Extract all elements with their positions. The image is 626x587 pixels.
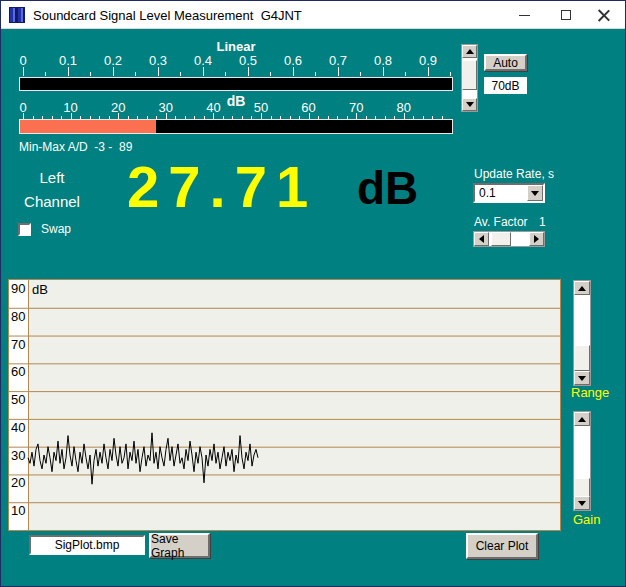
scrollbar-thumb[interactable]: [574, 345, 590, 371]
y-axis-tick-label: 70: [11, 338, 25, 351]
scroll-left-button[interactable]: [474, 232, 489, 246]
app-window: Soundcard Signal Level Measurement G4JNT…: [0, 0, 626, 587]
scale-tick-label: 0.7: [329, 53, 347, 68]
scroll-up-button[interactable]: [462, 45, 477, 58]
swap-checkbox-label: Swap: [41, 222, 71, 236]
linear-scale-title: Linear: [1, 39, 471, 54]
scroll-down-button[interactable]: [462, 98, 477, 111]
gain-scrollbar[interactable]: [573, 411, 591, 511]
scale-tick-label: 0.4: [194, 53, 212, 68]
auto-button[interactable]: Auto: [484, 54, 527, 71]
minmax-readout: Min-Max A/D -3 - 89: [19, 140, 132, 154]
scrollbar-thumb[interactable]: [574, 478, 590, 498]
scroll-down-button[interactable]: [574, 496, 590, 510]
window-title: Soundcard Signal Level Measurement G4JNT: [33, 8, 302, 23]
scroll-right-button[interactable]: [529, 232, 544, 246]
update-rate-label: Update Rate, s: [474, 167, 554, 181]
arrow-down-icon: [578, 376, 586, 381]
y-axis-tick-label: 30: [11, 449, 25, 462]
range-scrollbar[interactable]: [573, 280, 591, 386]
y-axis-tick-label: 20: [11, 476, 25, 489]
range-label: Range: [571, 385, 609, 400]
y-axis-tick-label: 40: [11, 421, 25, 434]
linear-scale-ticks: [19, 67, 453, 76]
gain-label: Gain: [573, 512, 600, 527]
db-meter-fill: [20, 120, 156, 133]
channel-label: Left Channel: [9, 166, 95, 214]
av-factor-scrollbar[interactable]: [473, 231, 545, 247]
channel-line1: Left: [9, 166, 95, 190]
preset-70db-button[interactable]: 70dB: [484, 77, 527, 94]
clear-plot-button[interactable]: Clear Plot: [466, 533, 538, 559]
y-axis-tick-label: 50: [11, 393, 25, 406]
scale-tick-label: 0.8: [374, 53, 392, 68]
av-factor-label: Av. Factor: [474, 215, 528, 229]
scale-tick-label: 0.1: [59, 53, 77, 68]
scrollbar-thumb[interactable]: [491, 232, 511, 246]
arrow-up-icon: [578, 417, 586, 422]
plot-unit-label: dB: [32, 282, 48, 297]
maximize-button[interactable]: [549, 1, 583, 29]
signal-plot: 908070605040302010 dB: [8, 279, 561, 531]
chevron-down-icon: [531, 191, 539, 196]
db-reading-unit: dB: [357, 161, 418, 215]
y-axis-tick-label: 80: [11, 310, 25, 323]
plot-canvas: [9, 280, 560, 530]
linear-scale-labels: 00.10.20.30.40.50.60.70.80.9: [19, 53, 453, 67]
dropdown-button[interactable]: [527, 185, 543, 201]
scroll-up-button[interactable]: [574, 412, 590, 426]
arrow-down-icon: [466, 102, 474, 107]
scale-tick-label: 0.6: [284, 53, 302, 68]
y-axis-tick-label: 60: [11, 365, 25, 378]
linear-minor-ticks: [23, 72, 451, 76]
scale-tick-label: 0.5: [239, 53, 257, 68]
arrow-up-icon: [578, 286, 586, 291]
scrollbar-thumb[interactable]: [462, 60, 477, 90]
av-factor-value: 1: [539, 215, 546, 229]
update-rate-dropdown[interactable]: 0.1: [473, 183, 545, 203]
minimize-button[interactable]: [507, 1, 541, 29]
channel-line2: Channel: [9, 190, 95, 214]
update-rate-value: 0.1: [479, 186, 496, 200]
meter-range-scrollbar[interactable]: [461, 44, 478, 112]
scale-tick-label: 0.9: [419, 53, 437, 68]
minimize-icon: [519, 15, 530, 16]
scale-tick-label: 0.3: [149, 53, 167, 68]
maximize-icon: [561, 10, 571, 20]
arrow-down-icon: [578, 501, 586, 506]
db-scale-labels: 01020304050607080: [19, 100, 453, 114]
arrow-left-icon: [479, 235, 484, 243]
scroll-down-button[interactable]: [574, 371, 590, 385]
title-bar[interactable]: Soundcard Signal Level Measurement G4JNT: [1, 1, 625, 29]
close-icon: [598, 9, 610, 21]
scale-tick-label: 0.2: [104, 53, 122, 68]
swap-checkbox[interactable]: [18, 223, 31, 236]
scale-tick-label: 0: [19, 53, 26, 68]
filename-input[interactable]: [29, 535, 145, 555]
close-button[interactable]: [587, 1, 621, 29]
y-axis-tick-label: 10: [11, 504, 25, 517]
y-axis-tick-label: 90: [11, 282, 25, 295]
app-icon: [9, 7, 25, 23]
arrow-right-icon: [534, 235, 539, 243]
arrow-up-icon: [466, 49, 474, 54]
scroll-up-button[interactable]: [574, 281, 590, 295]
linear-level-bar: [19, 77, 453, 91]
db-level-bar: [19, 119, 453, 134]
db-reading-value: 27.71: [127, 153, 317, 220]
save-graph-button[interactable]: Save Graph: [149, 533, 210, 558]
